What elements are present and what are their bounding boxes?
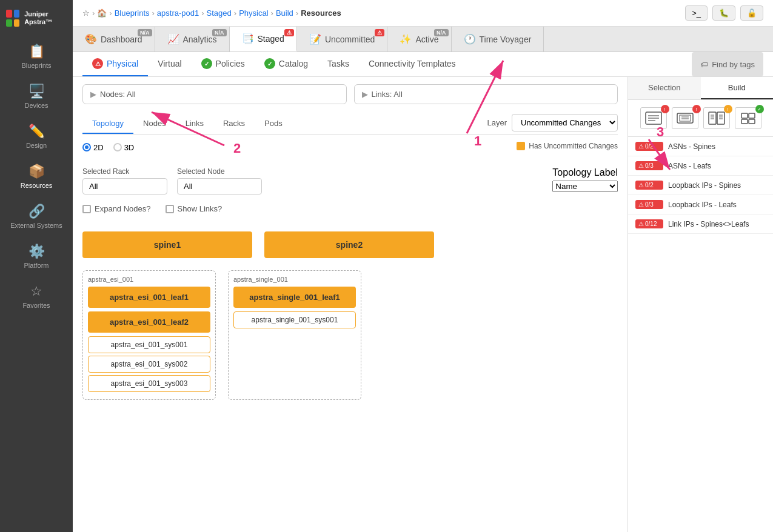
asns-spines-badge: ⚠ 0/2 bbox=[635, 142, 663, 151]
esi001-sys001[interactable]: apstra_esi_001_sys001 bbox=[88, 336, 210, 353]
node-selector: Selected Node All bbox=[177, 167, 262, 195]
legend-dot bbox=[517, 142, 525, 150]
sec-tab-policies[interactable]: ✓ Policies bbox=[192, 52, 255, 76]
svg-rect-19 bbox=[749, 119, 755, 124]
expand-nodes-checkbox[interactable]: Expand Nodes? bbox=[82, 204, 151, 213]
breadcrumb-apstra-pod1[interactable]: apstra-pod1 bbox=[157, 8, 199, 18]
staged-tab-label: Staged bbox=[258, 34, 284, 44]
resource-row-asns-spines[interactable]: ⚠ 0/2 ASNs - Spines bbox=[628, 137, 773, 156]
link-ips-count: 0/12 bbox=[645, 221, 657, 227]
sec-tab-physical[interactable]: ⚠ Physical bbox=[82, 52, 148, 76]
sidebar-item-devices[interactable]: 🖥️ Devices bbox=[0, 76, 73, 116]
svg-rect-9 bbox=[717, 112, 724, 124]
links-filter[interactable]: ▶ Links: All bbox=[354, 84, 618, 104]
sub-tab-racks[interactable]: Racks bbox=[213, 114, 255, 134]
topology-label-select[interactable]: Name bbox=[552, 181, 618, 192]
single001-group-label: apstra_single_001 bbox=[233, 276, 356, 283]
show-links-checkbox[interactable]: Show Links? bbox=[166, 204, 223, 213]
sub-tab-pods[interactable]: Pods bbox=[255, 114, 292, 134]
icon2-badge: ! bbox=[692, 105, 701, 113]
dashboard-tab-icon: 🎨 bbox=[85, 33, 97, 45]
breadcrumb-physical[interactable]: Physical bbox=[239, 8, 268, 18]
esi001-leaf1[interactable]: apstra_esi_001_leaf1 bbox=[88, 287, 210, 308]
single001-sys001[interactable]: apstra_single_001_sys001 bbox=[233, 311, 356, 328]
connectivity-templates-tab-label: Connectivity Templates bbox=[369, 59, 456, 68]
svg-rect-18 bbox=[741, 119, 748, 124]
svg-rect-16 bbox=[741, 113, 748, 118]
sub-tab-topology[interactable]: Topology bbox=[82, 114, 133, 134]
esi001-leaf2[interactable]: apstra_esi_001_leaf2 bbox=[88, 311, 210, 333]
tab-active[interactable]: ✨ Active N/A bbox=[387, 27, 451, 52]
sidebar-item-external-systems[interactable]: 🔗 External Systems bbox=[0, 196, 73, 236]
debug-button[interactable]: 🐛 bbox=[712, 5, 735, 21]
lock-button[interactable]: 🔓 bbox=[740, 5, 763, 21]
terminal-button[interactable]: >_ bbox=[685, 5, 708, 21]
icon1-badge: ! bbox=[661, 105, 669, 113]
physical-tab-label: Physical bbox=[107, 59, 138, 68]
time-voyager-tab-icon: 🕐 bbox=[464, 33, 476, 45]
devices-label: Devices bbox=[24, 102, 48, 109]
topbar-right: >_ 🐛 🔓 bbox=[685, 5, 763, 21]
spine2-node[interactable]: spine2 bbox=[264, 231, 434, 258]
show-links-label: Show Links? bbox=[178, 204, 223, 213]
rack-label: Selected Rack bbox=[82, 167, 167, 176]
radio-2d[interactable]: 2D bbox=[82, 143, 104, 152]
dashboard-tab-label: Dashboard bbox=[101, 35, 142, 44]
right-tab-build[interactable]: Build bbox=[701, 77, 774, 99]
tab-analytics[interactable]: 📈 Analytics N/A bbox=[155, 27, 230, 52]
tab-uncommitted[interactable]: 📝 Uncommitted ⚠ bbox=[297, 27, 387, 52]
node-select[interactable]: All bbox=[177, 178, 262, 195]
sec-tab-catalog[interactable]: ✓ Catalog bbox=[255, 52, 318, 76]
resources-icon: 📦 bbox=[28, 164, 45, 179]
icon-item-3[interactable]: ! bbox=[703, 107, 730, 129]
svg-rect-8 bbox=[709, 112, 716, 124]
resource-row-loopback-spines[interactable]: ⚠ 0/2 Loopback IPs - Spines bbox=[628, 176, 773, 195]
right-tab-selection[interactable]: Selection bbox=[628, 77, 701, 99]
links-filter-label: Links: All bbox=[372, 90, 403, 99]
catalog-badge: ✓ bbox=[264, 58, 275, 69]
right-panel-tabs: Selection Build bbox=[628, 77, 773, 100]
icon-grid: ! ! bbox=[628, 100, 773, 137]
icon-item-2[interactable]: ! bbox=[672, 107, 698, 129]
esi001-sys003[interactable]: apstra_esi_001_sys003 bbox=[88, 375, 210, 392]
resource-row-asns-leafs[interactable]: ⚠ 0/3 ASNs - Leafs bbox=[628, 156, 773, 176]
spine1-node[interactable]: spine1 bbox=[82, 231, 252, 258]
loopback-leafs-label: Loopback IPs - Leafs bbox=[668, 201, 737, 209]
sidebar-item-favorites[interactable]: ☆ Favorites bbox=[0, 276, 73, 316]
analytics-badge: N/A bbox=[212, 29, 227, 36]
sidebar-item-blueprints[interactable]: 📋 Blueprints bbox=[0, 36, 73, 76]
nodes-tab-label: Nodes bbox=[143, 119, 166, 128]
icon-item-4[interactable]: ✓ bbox=[735, 107, 761, 129]
sec-tab-virtual[interactable]: Virtual bbox=[148, 52, 191, 76]
sub-tab-links[interactable]: Links bbox=[176, 114, 213, 134]
active-badge: N/A bbox=[434, 29, 449, 36]
blueprints-icon: 📋 bbox=[28, 44, 45, 59]
breadcrumb-sep: › bbox=[92, 8, 95, 18]
asns-leafs-label: ASNs - Leafs bbox=[668, 162, 711, 170]
single001-leaf1[interactable]: apstra_single_001_leaf1 bbox=[233, 287, 356, 308]
sec-tab-tasks[interactable]: Tasks bbox=[318, 52, 359, 76]
esi001-sys002[interactable]: apstra_esi_001_sys002 bbox=[88, 356, 210, 373]
breadcrumb-build[interactable]: Build bbox=[276, 8, 293, 18]
selection-tab-label: Selection bbox=[648, 83, 680, 92]
resource-row-link-ips[interactable]: ⚠ 0/12 Link IPs - Spines<>Leafs bbox=[628, 214, 773, 234]
sidebar-item-platform[interactable]: ⚙️ Platform bbox=[0, 236, 73, 276]
nodes-filter[interactable]: ▶ Nodes: All bbox=[82, 84, 347, 104]
sub-tab-nodes[interactable]: Nodes bbox=[133, 114, 176, 134]
layer-select[interactable]: Uncommitted Changes All Active bbox=[512, 114, 618, 131]
rack-select[interactable]: All bbox=[82, 178, 167, 195]
icon-item-1[interactable]: ! bbox=[640, 107, 667, 129]
tab-dashboard[interactable]: 🎨 Dashboard N/A bbox=[73, 27, 155, 52]
sidebar-item-resources[interactable]: 📦 Resources bbox=[0, 156, 73, 196]
sidebar-item-design[interactable]: ✏️ Design bbox=[0, 116, 73, 156]
sec-tab-connectivity-templates[interactable]: Connectivity Templates bbox=[359, 52, 466, 76]
resource-row-loopback-leafs[interactable]: ⚠ 0/3 Loopback IPs - Leafs bbox=[628, 195, 773, 214]
radio-3d[interactable]: 3D bbox=[113, 143, 135, 152]
breadcrumb-staged[interactable]: Staged bbox=[207, 8, 232, 18]
single001-leaf1-label: apstra_single_001_leaf1 bbox=[249, 293, 340, 302]
breadcrumb-blueprints[interactable]: Blueprints bbox=[115, 8, 150, 18]
spine-row: spine1 spine2 bbox=[82, 231, 618, 258]
find-tags-button[interactable]: 🏷 Find by tags bbox=[692, 52, 763, 76]
tab-staged[interactable]: 📑 Staged ⚠ bbox=[230, 27, 297, 52]
tab-time-voyager[interactable]: 🕐 Time Voyager bbox=[452, 27, 544, 52]
